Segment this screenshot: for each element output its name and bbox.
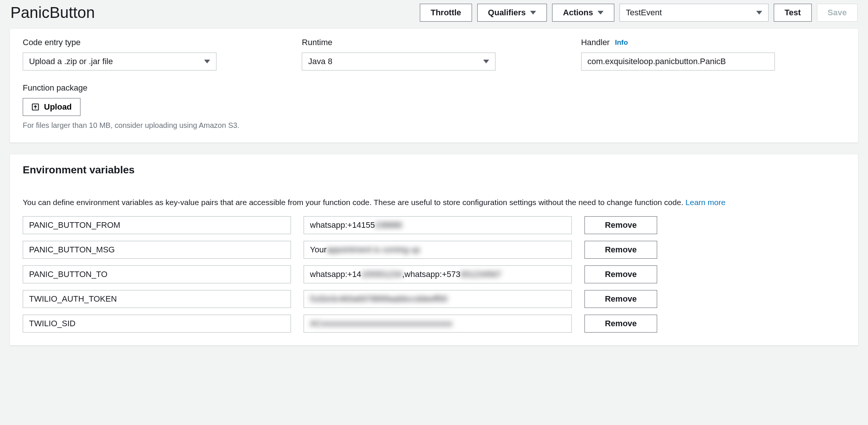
test-label: Test bbox=[785, 8, 801, 18]
env-var-key-value: PANIC_BUTTON_FROM bbox=[29, 220, 120, 230]
caret-down-icon bbox=[483, 60, 489, 63]
env-var-key-input[interactable]: PANIC_BUTTON_FROM bbox=[23, 216, 291, 234]
code-entry-col: Code entry type Upload a .zip or .jar fi… bbox=[23, 34, 287, 70]
throttle-button[interactable]: Throttle bbox=[420, 4, 472, 22]
remove-button[interactable]: Remove bbox=[585, 216, 657, 234]
code-panel: Code entry type Upload a .zip or .jar fi… bbox=[10, 28, 858, 143]
actions-label: Actions bbox=[563, 8, 593, 18]
qualifiers-dropdown[interactable]: Qualifiers bbox=[477, 4, 547, 22]
env-var-value: whatsapp:+14155238886 bbox=[310, 220, 402, 230]
env-var-row: PANIC_BUTTON_FROMwhatsapp:+14155238886Re… bbox=[23, 216, 845, 234]
code-entry-type-value: Upload a .zip or .jar file bbox=[29, 57, 113, 66]
test-event-value: TestEvent bbox=[626, 8, 662, 18]
env-vars-description: You can define environment variables as … bbox=[23, 197, 845, 208]
actions-dropdown[interactable]: Actions bbox=[552, 4, 614, 22]
code-entry-type-select[interactable]: Upload a .zip or .jar file bbox=[23, 53, 216, 70]
header-actions: Throttle Qualifiers Actions TestEvent Te… bbox=[420, 4, 858, 22]
code-row: Code entry type Upload a .zip or .jar fi… bbox=[23, 32, 845, 70]
env-var-key-input[interactable]: PANIC_BUTTON_TO bbox=[23, 265, 291, 283]
page-header: PanicButton Throttle Qualifiers Actions … bbox=[0, 0, 868, 28]
upload-button[interactable]: Upload bbox=[23, 98, 80, 116]
env-var-key-value: TWILIO_SID bbox=[29, 319, 76, 328]
handler-label-row: Handler Info bbox=[581, 38, 845, 47]
test-button[interactable]: Test bbox=[774, 4, 812, 22]
function-package-section: Function package Upload For files larger… bbox=[23, 83, 845, 130]
save-label: Save bbox=[828, 8, 847, 18]
remove-button[interactable]: Remove bbox=[585, 315, 657, 333]
env-var-value: ACxxxxxxxxxxxxxxxxxxxxxxxxxxxxxxxx bbox=[310, 319, 453, 328]
save-button[interactable]: Save bbox=[817, 4, 858, 22]
env-var-value: Your appointment is coming up bbox=[310, 245, 420, 255]
runtime-select[interactable]: Java 8 bbox=[302, 53, 495, 70]
function-package-label: Function package bbox=[23, 83, 845, 93]
remove-label: Remove bbox=[605, 245, 637, 255]
upload-label: Upload bbox=[44, 102, 72, 112]
env-vars-title: Environment variables bbox=[23, 154, 845, 184]
runtime-col: Runtime Java 8 bbox=[302, 34, 566, 70]
env-var-row: PANIC_BUTTON_MSGYour appointment is comi… bbox=[23, 241, 845, 259]
env-vars-rows: PANIC_BUTTON_FROMwhatsapp:+14155238886Re… bbox=[23, 216, 845, 333]
env-var-key-value: PANIC_BUTTON_TO bbox=[29, 270, 107, 279]
remove-label: Remove bbox=[605, 220, 637, 230]
env-var-row: TWILIO_SIDACxxxxxxxxxxxxxxxxxxxxxxxxxxxx… bbox=[23, 315, 845, 333]
upload-icon bbox=[31, 103, 39, 111]
upload-hint: For files larger than 10 MB, consider up… bbox=[23, 121, 845, 130]
runtime-value: Java 8 bbox=[308, 57, 332, 66]
handler-value: com.exquisiteloop.panicbutton.PanicB bbox=[587, 57, 726, 66]
env-vars-panel: Environment variables You can define env… bbox=[10, 154, 858, 346]
env-var-key-input[interactable]: TWILIO_AUTH_TOKEN bbox=[23, 290, 291, 308]
env-var-key-value: PANIC_BUTTON_MSG bbox=[29, 245, 115, 255]
test-event-select[interactable]: TestEvent bbox=[620, 4, 769, 22]
caret-down-icon bbox=[204, 60, 210, 63]
handler-label: Handler bbox=[581, 38, 610, 47]
env-var-key-value: TWILIO_AUTH_TOKEN bbox=[29, 294, 117, 304]
caret-down-icon bbox=[530, 11, 536, 15]
caret-down-icon bbox=[756, 11, 762, 15]
runtime-label: Runtime bbox=[302, 38, 566, 47]
caret-down-icon bbox=[598, 11, 604, 15]
handler-info-link[interactable]: Info bbox=[615, 38, 628, 47]
remove-button[interactable]: Remove bbox=[585, 265, 657, 283]
qualifiers-label: Qualifiers bbox=[488, 8, 526, 18]
env-var-key-input[interactable]: TWILIO_SID bbox=[23, 315, 291, 333]
handler-col: Handler Info com.exquisiteloop.panicbutt… bbox=[581, 34, 845, 70]
env-var-value-input[interactable]: Your appointment is coming up bbox=[304, 241, 572, 259]
remove-label: Remove bbox=[605, 319, 637, 328]
remove-button[interactable]: Remove bbox=[585, 241, 657, 259]
remove-label: Remove bbox=[605, 294, 637, 304]
env-var-value-input[interactable]: whatsapp:+14155238886 bbox=[304, 216, 572, 234]
env-var-value: f1d2e3c4b5a6978899aabbccddeeff00 bbox=[310, 294, 447, 304]
env-vars-desc-text: You can define environment variables as … bbox=[23, 198, 685, 207]
env-var-value-input[interactable]: f1d2e3c4b5a6978899aabbccddeeff00 bbox=[304, 290, 572, 308]
remove-label: Remove bbox=[605, 270, 637, 279]
page-title: PanicButton bbox=[10, 4, 95, 22]
learn-more-link[interactable]: Learn more bbox=[685, 198, 725, 207]
env-var-row: TWILIO_AUTH_TOKENf1d2e3c4b5a6978899aabbc… bbox=[23, 290, 845, 308]
env-var-value-input[interactable]: ACxxxxxxxxxxxxxxxxxxxxxxxxxxxxxxxx bbox=[304, 315, 572, 333]
env-var-value: whatsapp:+14155551234,whatsapp:+57300123… bbox=[310, 270, 501, 279]
env-var-row: PANIC_BUTTON_TOwhatsapp:+14155551234,wha… bbox=[23, 265, 845, 283]
env-var-value-input[interactable]: whatsapp:+14155551234,whatsapp:+57300123… bbox=[304, 265, 572, 283]
handler-input[interactable]: com.exquisiteloop.panicbutton.PanicB bbox=[581, 53, 775, 70]
throttle-label: Throttle bbox=[431, 8, 461, 18]
code-entry-type-label: Code entry type bbox=[23, 38, 287, 47]
env-var-key-input[interactable]: PANIC_BUTTON_MSG bbox=[23, 241, 291, 259]
remove-button[interactable]: Remove bbox=[585, 290, 657, 308]
